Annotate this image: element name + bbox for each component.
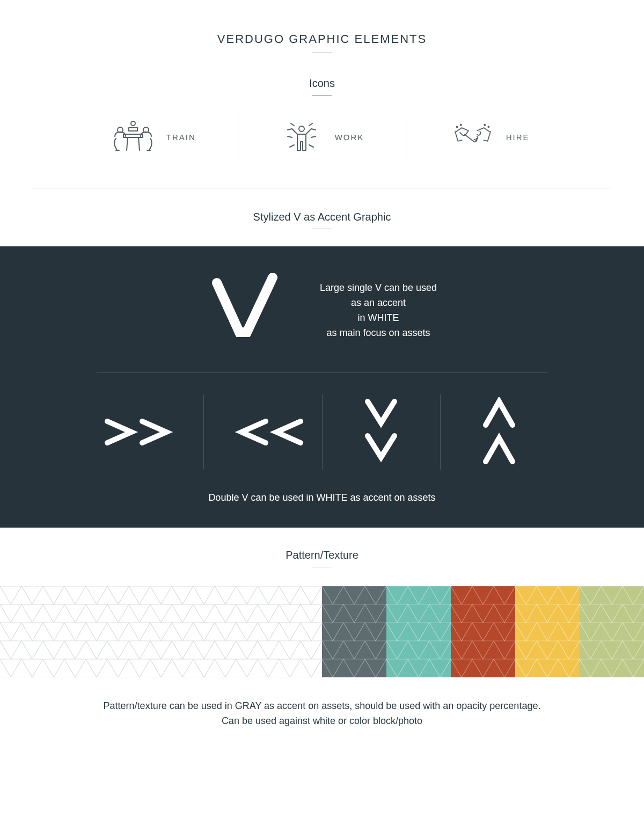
svg-rect-9 (0, 586, 322, 677)
swatch-sage (580, 586, 644, 677)
icon-cell-hire: HIRE (406, 113, 574, 161)
swatch-yellow (515, 586, 580, 677)
icon-cell-train: TRAIN (70, 113, 238, 161)
icon-cell-work: WORK (238, 113, 407, 161)
double-v-left (204, 394, 322, 470)
pattern-caption: Pattern/texture can be used in GRAY as a… (0, 699, 644, 729)
page-title: VERDUGO GRAPHIC ELEMENTS (0, 32, 644, 46)
caption-line: as main focus on assets (320, 326, 437, 341)
swatch-rust (451, 586, 515, 677)
svg-rect-10 (322, 586, 386, 677)
svg-rect-12 (451, 586, 515, 677)
pattern-heading: Pattern/Texture (0, 549, 644, 561)
heading-underline (312, 567, 332, 567)
double-v-down (323, 394, 441, 470)
svg-rect-3 (123, 134, 143, 137)
caption-line: Can be used against white or color block… (43, 714, 601, 729)
svg-point-4 (299, 126, 304, 131)
large-v-caption: Large single V can be used as an accent … (320, 281, 437, 341)
swatch-slate (322, 586, 386, 677)
svg-point-7 (488, 126, 489, 127)
heading-underline (312, 229, 332, 229)
caption-line: as an accent (320, 296, 437, 311)
hire-handshake-icon (451, 118, 494, 156)
svg-rect-14 (580, 586, 644, 677)
work-person-shine-icon (280, 118, 323, 156)
svg-point-5 (456, 126, 457, 127)
icon-label: HIRE (506, 133, 530, 142)
small-v-row (86, 394, 558, 470)
icon-label: TRAIN (166, 133, 196, 142)
pattern-row (0, 586, 644, 677)
icons-heading: Icons (0, 77, 644, 90)
swatch-teal (386, 586, 451, 677)
dark-divider (97, 372, 547, 373)
heading-underline (312, 95, 332, 96)
large-v-glyph (207, 273, 282, 348)
svg-rect-11 (386, 586, 451, 677)
svg-point-8 (484, 125, 485, 126)
swatch-white (0, 586, 322, 677)
train-meeting-icon (112, 118, 155, 156)
double-v-caption: Double V can be used in WHITE as accent … (0, 492, 644, 503)
title-underline (312, 53, 332, 53)
svg-point-6 (460, 125, 461, 126)
caption-line: Large single V can be used (320, 281, 437, 296)
caption-line: in WHITE (320, 311, 437, 326)
icon-label: WORK (335, 133, 364, 142)
dark-panel: Large single V can be used as an accent … (0, 246, 644, 528)
section-divider (32, 188, 612, 188)
double-v-up (441, 394, 558, 470)
stylized-v-heading: Stylized V as Accent Graphic (0, 211, 644, 223)
icons-row: TRAIN WORK (70, 113, 574, 161)
caption-line: Pattern/texture can be used in GRAY as a… (43, 699, 601, 714)
double-v-right (86, 394, 204, 470)
svg-rect-13 (515, 586, 580, 677)
svg-point-0 (131, 121, 135, 126)
